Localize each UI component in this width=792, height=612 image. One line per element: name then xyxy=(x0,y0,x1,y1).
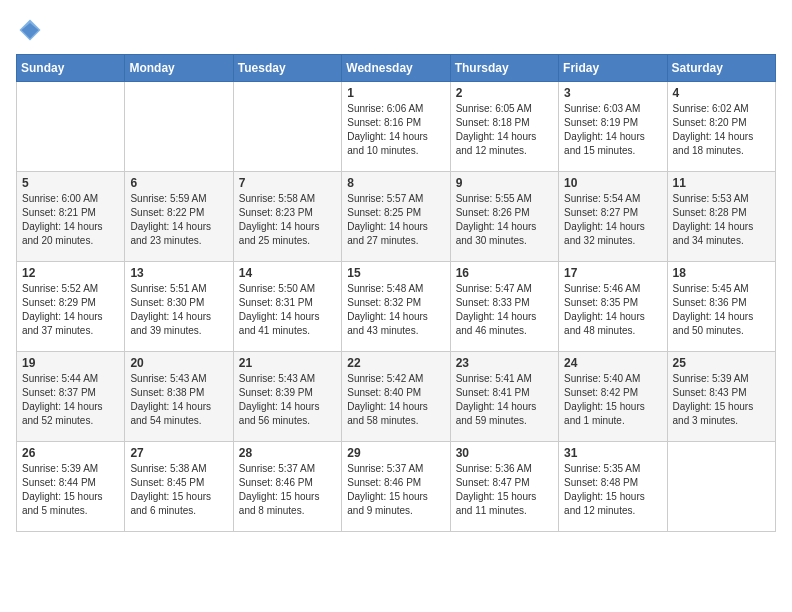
calendar-cell: 10Sunrise: 5:54 AMSunset: 8:27 PMDayligh… xyxy=(559,172,667,262)
cell-text: Daylight: 14 hours xyxy=(673,130,770,144)
calendar-cell: 22Sunrise: 5:42 AMSunset: 8:40 PMDayligh… xyxy=(342,352,450,442)
day-number: 1 xyxy=(347,86,444,100)
cell-text: and 41 minutes. xyxy=(239,324,336,338)
cell-text: Sunset: 8:45 PM xyxy=(130,476,227,490)
cell-text: Sunrise: 6:03 AM xyxy=(564,102,661,116)
cell-text: and 59 minutes. xyxy=(456,414,553,428)
cell-text: Sunset: 8:32 PM xyxy=(347,296,444,310)
day-number: 19 xyxy=(22,356,119,370)
cell-text: Sunset: 8:48 PM xyxy=(564,476,661,490)
cell-text: and 50 minutes. xyxy=(673,324,770,338)
cell-text: Sunrise: 5:57 AM xyxy=(347,192,444,206)
weekday-header: Friday xyxy=(559,55,667,82)
cell-text: Sunset: 8:30 PM xyxy=(130,296,227,310)
cell-text: Daylight: 15 hours xyxy=(239,490,336,504)
cell-text: Sunset: 8:21 PM xyxy=(22,206,119,220)
cell-text: Sunrise: 5:59 AM xyxy=(130,192,227,206)
cell-text: Daylight: 14 hours xyxy=(22,310,119,324)
cell-text: Sunset: 8:44 PM xyxy=(22,476,119,490)
cell-text: Daylight: 14 hours xyxy=(347,400,444,414)
calendar-cell: 6Sunrise: 5:59 AMSunset: 8:22 PMDaylight… xyxy=(125,172,233,262)
calendar-cell: 24Sunrise: 5:40 AMSunset: 8:42 PMDayligh… xyxy=(559,352,667,442)
cell-text: and 10 minutes. xyxy=(347,144,444,158)
cell-text: Daylight: 14 hours xyxy=(239,220,336,234)
weekday-header: Saturday xyxy=(667,55,775,82)
cell-text: Sunrise: 5:55 AM xyxy=(456,192,553,206)
cell-text: Daylight: 14 hours xyxy=(564,310,661,324)
cell-text: and 8 minutes. xyxy=(239,504,336,518)
cell-text: Sunset: 8:19 PM xyxy=(564,116,661,130)
cell-text: and 23 minutes. xyxy=(130,234,227,248)
cell-text: Sunrise: 5:54 AM xyxy=(564,192,661,206)
cell-text: Daylight: 14 hours xyxy=(130,400,227,414)
cell-text: Daylight: 14 hours xyxy=(239,400,336,414)
day-number: 21 xyxy=(239,356,336,370)
cell-text: Sunrise: 5:42 AM xyxy=(347,372,444,386)
cell-text: and 27 minutes. xyxy=(347,234,444,248)
day-number: 16 xyxy=(456,266,553,280)
cell-text: Sunset: 8:29 PM xyxy=(22,296,119,310)
cell-text: Sunrise: 6:00 AM xyxy=(22,192,119,206)
cell-text: Sunset: 8:38 PM xyxy=(130,386,227,400)
day-number: 20 xyxy=(130,356,227,370)
cell-text: Daylight: 14 hours xyxy=(239,310,336,324)
cell-text: Sunrise: 5:52 AM xyxy=(22,282,119,296)
cell-text: Sunset: 8:23 PM xyxy=(239,206,336,220)
day-number: 23 xyxy=(456,356,553,370)
day-number: 25 xyxy=(673,356,770,370)
cell-text: Daylight: 14 hours xyxy=(347,130,444,144)
day-number: 7 xyxy=(239,176,336,190)
cell-text: Daylight: 14 hours xyxy=(347,220,444,234)
cell-text: Sunrise: 5:58 AM xyxy=(239,192,336,206)
cell-text: and 34 minutes. xyxy=(673,234,770,248)
calendar-table: SundayMondayTuesdayWednesdayThursdayFrid… xyxy=(16,54,776,532)
cell-text: Daylight: 14 hours xyxy=(456,400,553,414)
calendar-cell: 17Sunrise: 5:46 AMSunset: 8:35 PMDayligh… xyxy=(559,262,667,352)
calendar-cell: 31Sunrise: 5:35 AMSunset: 8:48 PMDayligh… xyxy=(559,442,667,532)
cell-text: Daylight: 14 hours xyxy=(456,220,553,234)
calendar-week-row: 26Sunrise: 5:39 AMSunset: 8:44 PMDayligh… xyxy=(17,442,776,532)
cell-text: Sunrise: 5:47 AM xyxy=(456,282,553,296)
day-number: 30 xyxy=(456,446,553,460)
day-number: 10 xyxy=(564,176,661,190)
cell-text: Sunset: 8:43 PM xyxy=(673,386,770,400)
cell-text: Sunset: 8:18 PM xyxy=(456,116,553,130)
cell-text: and 43 minutes. xyxy=(347,324,444,338)
cell-text: Daylight: 15 hours xyxy=(347,490,444,504)
calendar-cell: 23Sunrise: 5:41 AMSunset: 8:41 PMDayligh… xyxy=(450,352,558,442)
cell-text: Sunrise: 5:45 AM xyxy=(673,282,770,296)
cell-text: and 1 minute. xyxy=(564,414,661,428)
cell-text: Sunset: 8:42 PM xyxy=(564,386,661,400)
cell-text: Sunset: 8:39 PM xyxy=(239,386,336,400)
cell-text: and 25 minutes. xyxy=(239,234,336,248)
day-number: 24 xyxy=(564,356,661,370)
weekday-header: Thursday xyxy=(450,55,558,82)
calendar-cell: 29Sunrise: 5:37 AMSunset: 8:46 PMDayligh… xyxy=(342,442,450,532)
cell-text: and 32 minutes. xyxy=(564,234,661,248)
day-number: 22 xyxy=(347,356,444,370)
cell-text: and 52 minutes. xyxy=(22,414,119,428)
weekday-header: Wednesday xyxy=(342,55,450,82)
day-number: 27 xyxy=(130,446,227,460)
cell-text: Sunrise: 5:40 AM xyxy=(564,372,661,386)
day-number: 12 xyxy=(22,266,119,280)
cell-text: Sunset: 8:16 PM xyxy=(347,116,444,130)
day-number: 5 xyxy=(22,176,119,190)
day-number: 2 xyxy=(456,86,553,100)
calendar-cell: 30Sunrise: 5:36 AMSunset: 8:47 PMDayligh… xyxy=(450,442,558,532)
cell-text: Daylight: 14 hours xyxy=(22,400,119,414)
calendar-cell xyxy=(233,82,341,172)
cell-text: Daylight: 14 hours xyxy=(22,220,119,234)
calendar-body: 1Sunrise: 6:06 AMSunset: 8:16 PMDaylight… xyxy=(17,82,776,532)
cell-text: Daylight: 14 hours xyxy=(130,310,227,324)
cell-text: Sunset: 8:20 PM xyxy=(673,116,770,130)
cell-text: Daylight: 14 hours xyxy=(564,130,661,144)
cell-text: and 15 minutes. xyxy=(564,144,661,158)
cell-text: Sunrise: 5:38 AM xyxy=(130,462,227,476)
calendar-cell: 8Sunrise: 5:57 AMSunset: 8:25 PMDaylight… xyxy=(342,172,450,262)
cell-text: Sunset: 8:47 PM xyxy=(456,476,553,490)
cell-text: Sunset: 8:33 PM xyxy=(456,296,553,310)
calendar-cell: 1Sunrise: 6:06 AMSunset: 8:16 PMDaylight… xyxy=(342,82,450,172)
cell-text: Sunrise: 5:43 AM xyxy=(239,372,336,386)
cell-text: and 18 minutes. xyxy=(673,144,770,158)
